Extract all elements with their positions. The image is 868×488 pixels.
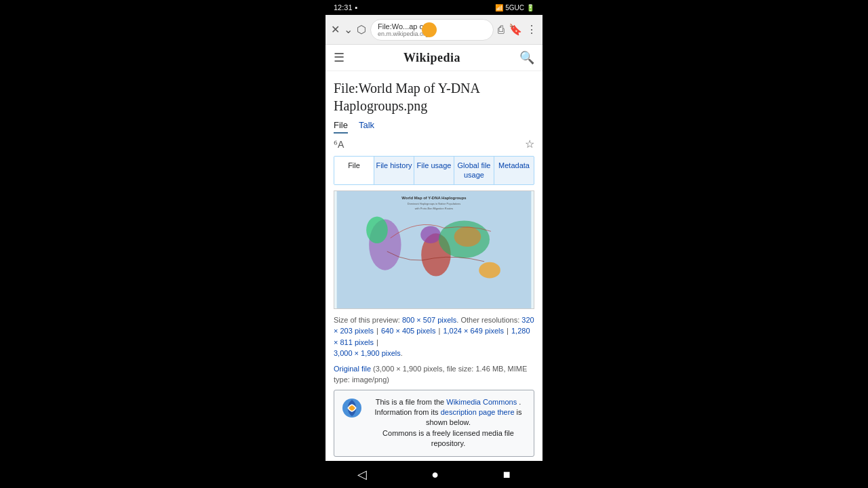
wifi-icon: 📶	[495, 4, 503, 12]
svg-text:World Map of Y-DNA Haplogroups: World Map of Y-DNA Haplogroups	[401, 195, 467, 199]
status-right: 📶 5GUC 🔋	[495, 4, 534, 12]
orange-dot	[422, 22, 437, 37]
lang-row: ⁶A ☆	[334, 138, 534, 150]
status-time: 12:31	[334, 3, 353, 12]
svg-point-6	[366, 216, 388, 243]
wiki-page: ☰ Wikipedia 🔍 File:World Map of Y-DNA Ha…	[326, 45, 542, 461]
file-nav-tab-metadata[interactable]: Metadata	[494, 157, 534, 184]
home-button[interactable]: ●	[431, 468, 439, 482]
language-icon[interactable]: ⁶A	[334, 139, 344, 150]
res-2[interactable]: 640 × 405 pixels	[381, 327, 435, 335]
file-nav-tab-usage[interactable]: File usage	[414, 157, 454, 184]
original-file-info: Original file (3,000 × 1,900 pixels, fil…	[334, 363, 534, 386]
cast-icon[interactable]: ⬡	[357, 23, 366, 36]
bottom-nav: ◁ ● ■	[326, 461, 542, 488]
recents-button[interactable]: ■	[503, 468, 511, 482]
tab-file[interactable]: File	[334, 120, 348, 134]
wikipedia-logo: Wikipedia	[403, 51, 460, 65]
hamburger-icon[interactable]: ☰	[334, 50, 344, 65]
commons-text: This is a file from the Wikimedia Common…	[370, 397, 527, 449]
file-nav-tab-history[interactable]: File history	[374, 157, 414, 184]
browser-bar: ✕ ⌄ ⬡ File:Wo...ap of ... en.m.wikipedia…	[326, 15, 542, 45]
file-info: Size of this preview: 800 × 507 pixels. …	[334, 314, 534, 359]
status-bar: 12:31 ▪ 📶 5GUC 🔋	[326, 0, 542, 15]
close-icon[interactable]: ✕	[331, 23, 340, 36]
commons-logo	[341, 397, 363, 419]
signal-text: 5GUC	[505, 4, 524, 12]
preview-size-link[interactable]: 800 × 507 pixels	[402, 316, 456, 324]
preview-label: Size of this preview:	[334, 316, 400, 324]
battery-icon: 🔋	[526, 4, 534, 12]
original-file-link[interactable]: Original file	[334, 365, 371, 373]
wikimedia-commons-link[interactable]: Wikimedia Commons	[446, 398, 517, 406]
chevron-down-icon[interactable]: ⌄	[344, 23, 353, 36]
phone-container: 12:31 ▪ 📶 5GUC 🔋 ✕ ⌄ ⬡ File:Wo...ap of .…	[326, 0, 542, 488]
camera-icon: ▪	[355, 3, 358, 12]
star-icon[interactable]: ☆	[525, 138, 534, 150]
wiki-header: ☰ Wikipedia 🔍	[326, 45, 542, 71]
page-tabs: File Talk	[334, 120, 534, 134]
description-page-link[interactable]: description page there	[441, 408, 515, 416]
status-left: 12:31 ▪	[334, 3, 357, 12]
commons-box: This is a file from the Wikimedia Common…	[334, 390, 534, 457]
wiki-content: File:World Map of Y-DNA Haplogroups.png …	[326, 71, 542, 461]
bookmark-icon[interactable]: 🔖	[509, 23, 522, 36]
search-icon[interactable]: 🔍	[519, 50, 534, 65]
file-nav-tab-file[interactable]: File	[334, 157, 374, 184]
tab-talk[interactable]: Talk	[359, 120, 374, 134]
more-icon[interactable]: ⋮	[526, 23, 537, 36]
svg-point-7	[479, 262, 500, 278]
svg-point-2	[420, 226, 441, 243]
other-resolutions-label: Other resolutions:	[460, 316, 519, 324]
commons-text4: Commons is a freely licensed media file …	[382, 429, 514, 447]
back-button[interactable]: ◁	[357, 467, 367, 482]
map-image[interactable]: World Map of Y-DNA Haplogroups Dominant …	[334, 190, 534, 309]
svg-text:with Proto-Bon Migration Route: with Proto-Bon Migration Routes	[415, 206, 454, 209]
svg-text:Dominant Haplogroups in Native: Dominant Haplogroups in Native Populatio…	[408, 201, 460, 205]
file-nav: File File history File usage Global file…	[334, 156, 534, 185]
share-icon[interactable]: ⎙	[498, 24, 505, 36]
res-5[interactable]: 3,000 × 1,900 pixels	[334, 349, 401, 357]
commons-text1: This is a file from the	[376, 398, 447, 406]
svg-point-4	[454, 226, 481, 247]
file-nav-tab-global[interactable]: Global file usage	[454, 157, 494, 184]
page-title: File:World Map of Y-DNA Haplogroups.png	[334, 79, 534, 115]
res-3[interactable]: 1,024 × 649 pixels	[443, 327, 504, 335]
